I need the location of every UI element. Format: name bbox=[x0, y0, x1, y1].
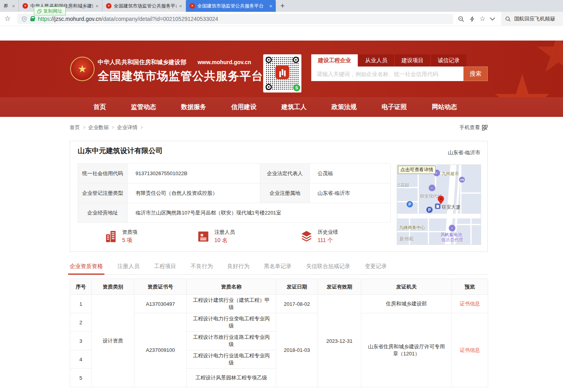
cell-authority: 住房和城乡建设部 bbox=[361, 295, 452, 313]
nav-item-data-service[interactable]: 数据服务 bbox=[181, 103, 206, 111]
field-label: 企业登记注册类型 bbox=[78, 183, 128, 203]
breadcrumb-home[interactable]: 首页 bbox=[70, 124, 80, 131]
url-text: https://jzsc.mohurd.gov.cn/data/company/… bbox=[38, 16, 218, 22]
cell-no: 4 bbox=[70, 350, 92, 369]
certificate-info-link[interactable]: 证书信息 bbox=[460, 301, 480, 307]
nav-item-certificate[interactable]: 电子证照 bbox=[382, 103, 407, 111]
nav-item-credit[interactable]: 信用建设 bbox=[231, 103, 256, 111]
stat-history-performance: 历史业绩 111 个 bbox=[300, 229, 338, 244]
nav-item-supervision[interactable]: 监管动态 bbox=[131, 103, 156, 111]
breadcrumb-separator: > bbox=[140, 125, 143, 130]
ministry-url: www.mohurd.gov.cn bbox=[197, 59, 251, 65]
tab-change-records[interactable]: 变更记录 bbox=[365, 263, 387, 274]
map-label: 联安大厦 bbox=[442, 204, 461, 211]
address-bar[interactable]: https://jzsc.mohurd.gov.cn/data/company/… bbox=[17, 14, 453, 24]
field-value: 临沂市兰山区陶然路107号星河晶都（联安）现代城1号楼2201室 bbox=[128, 203, 391, 223]
close-icon[interactable]: × bbox=[179, 3, 182, 9]
company-region: 山东省-临沂市 bbox=[448, 149, 480, 156]
stat-registered-personnel: 注册人员 10 名 bbox=[197, 229, 235, 244]
col-validity: 发证有效期 bbox=[318, 279, 361, 295]
emblem-favicon-icon: ★ bbox=[106, 3, 111, 9]
company-location-map[interactable]: 点击可查看详情 ▪ 九州超市 ATM 纪花园 ▪ 联安现代城 联安大厦 P P … bbox=[397, 165, 481, 245]
browser-tab-partial[interactable]: 界 × bbox=[0, 0, 19, 12]
field-label: 企业法定代表人 bbox=[260, 164, 310, 183]
field-label: 企业注册属地 bbox=[260, 183, 310, 203]
search-tab-credit[interactable]: 诚信记录 bbox=[431, 54, 466, 67]
nav-item-policy[interactable]: 政策法规 bbox=[331, 103, 357, 111]
search-tab-enterprise[interactable]: 建设工程企业 bbox=[311, 54, 358, 67]
breadcrumb-separator: > bbox=[111, 125, 114, 130]
atm-pin-icon: ATM bbox=[459, 177, 465, 183]
col-cert-no: 资质证书号 bbox=[134, 279, 187, 295]
tab-good-behavior[interactable]: 良好行为 bbox=[227, 263, 249, 274]
field-value: 山东省-临沂市 bbox=[310, 183, 391, 203]
company-panel: 山东中元建筑设计有限公司 山东省-临沂市 统一社会信用代码 9137130267… bbox=[70, 141, 488, 252]
zoom-out-icon[interactable] bbox=[458, 16, 465, 22]
tab-title: 全国建筑市场监管公共服务平台 bbox=[114, 3, 177, 9]
breadcrumb-company-data[interactable]: 企业数据 bbox=[88, 124, 109, 131]
search-button[interactable]: 搜索 bbox=[463, 67, 488, 81]
qualification-table: 序号 资质类别 资质证书号 资质名称 发证日期 发证有效期 发证机关 预览 1 … bbox=[70, 279, 488, 387]
hot-search-box[interactable]: 国航回应飞机颠簸 bbox=[501, 12, 563, 26]
nav-item-home[interactable]: 首页 bbox=[93, 103, 106, 111]
tab-bad-behavior[interactable]: 不良行为 bbox=[191, 263, 213, 274]
copy-url-tooltip: 复制网址 bbox=[34, 7, 66, 15]
qr-miniprogram-icon: S bbox=[293, 84, 300, 91]
map-label: 临沂总代理 bbox=[441, 237, 463, 243]
chevron-down-icon[interactable] bbox=[490, 17, 495, 21]
tab-title: 全国建筑市场监管公共服务平台 bbox=[197, 3, 267, 9]
decor-star bbox=[536, 41, 563, 76]
qr-code-icon bbox=[482, 125, 488, 131]
map-tooltip: 点击可查看详情 bbox=[398, 166, 436, 174]
bookmarks-star-icon[interactable]: ☆ bbox=[4, 14, 11, 23]
tab-qualifications[interactable]: 企业资质资格 bbox=[70, 263, 103, 274]
cell-qual-name: 工程设计电力行业变电工程专业丙级 bbox=[187, 313, 276, 332]
mobile-view-button[interactable]: 手机查看 bbox=[459, 124, 488, 131]
emblem-favicon-icon: ★ bbox=[190, 3, 195, 9]
keyword-search-input[interactable] bbox=[311, 67, 463, 81]
tab-blacklist[interactable]: 黑名单记录 bbox=[264, 263, 292, 274]
col-category: 资质类别 bbox=[92, 279, 134, 295]
cell-category: 设计资质 bbox=[92, 295, 134, 387]
map-label: 纪花园 bbox=[397, 182, 409, 188]
certificate-icon bbox=[197, 230, 210, 243]
battery-store-pin-icon: ▪ bbox=[449, 225, 455, 231]
stat-label: 资质项 bbox=[122, 229, 137, 236]
close-icon[interactable]: × bbox=[12, 3, 15, 9]
lightning-icon[interactable] bbox=[469, 16, 476, 22]
ministry-name: 中华人民共和国住房和城乡建设部 bbox=[98, 59, 186, 65]
cell-no: 1 bbox=[70, 295, 92, 313]
decor-star bbox=[494, 74, 551, 97]
building-icon bbox=[104, 230, 118, 243]
tab-registered-personnel[interactable]: 注册人员 bbox=[117, 263, 139, 274]
cell-qual-name: 工程设计建筑行业（建筑工程）甲级 bbox=[187, 295, 276, 313]
col-issue-date: 发证日期 bbox=[276, 279, 318, 295]
site-title-group: 中华人民共和国住房和城乡建设部 www.mohurd.gov.cn 全国建筑市场… bbox=[98, 59, 263, 84]
close-icon[interactable]: × bbox=[95, 3, 98, 9]
nav-item-site-news[interactable]: 网站动态 bbox=[432, 103, 457, 111]
tab-title: 界 bbox=[4, 3, 9, 9]
stat-label: 历史业绩 bbox=[318, 229, 338, 236]
cell-cert-no: A137030497 bbox=[134, 295, 187, 313]
cell-issue-date: 2018-01-03 bbox=[276, 313, 318, 387]
close-icon[interactable]: × bbox=[269, 3, 272, 9]
browser-url-row: ☆ https://jzsc.mohurd.gov.cn/data/compan… bbox=[0, 12, 563, 26]
stat-label: 注册人员 bbox=[214, 229, 235, 236]
col-qual-name: 资质名称 bbox=[187, 279, 276, 295]
browser-tab-jzsc[interactable]: ★ 全国建筑市场监管公共服务平台 × bbox=[102, 0, 186, 12]
new-tab-button[interactable]: + bbox=[276, 0, 289, 12]
search-tab-personnel[interactable]: 从业人员 bbox=[359, 54, 394, 67]
nav-item-workers[interactable]: 建筑工人 bbox=[281, 103, 307, 111]
favorite-star-icon[interactable]: ☆ bbox=[479, 15, 485, 23]
cell-issue-date: 2017-08-02 bbox=[276, 295, 318, 313]
search-tab-project[interactable]: 建设项目 bbox=[395, 54, 430, 67]
company-info-table: 统一社会信用代码 91371302675501022B 企业法定代表人 公茂福 … bbox=[78, 163, 390, 223]
certificate-info-link[interactable]: 证书信息 bbox=[460, 347, 480, 353]
table-row: 1 设计资质 A137030497 工程设计建筑行业（建筑工程）甲级 2017-… bbox=[70, 295, 488, 313]
tab-projects[interactable]: 工程项目 bbox=[154, 263, 176, 274]
cell-no: 2 bbox=[70, 313, 92, 332]
detail-tabs: 企业资质资格 注册人员 工程项目 不良行为 良好行为 黑名单记录 失信联合惩戒记… bbox=[70, 263, 488, 275]
site-qr-code: S bbox=[263, 54, 301, 92]
browser-tab-active[interactable]: ★ 全国建筑市场监管公共服务平台 × bbox=[186, 0, 276, 12]
tab-dishonesty-records[interactable]: 失信联合惩戒记录 bbox=[306, 263, 350, 274]
